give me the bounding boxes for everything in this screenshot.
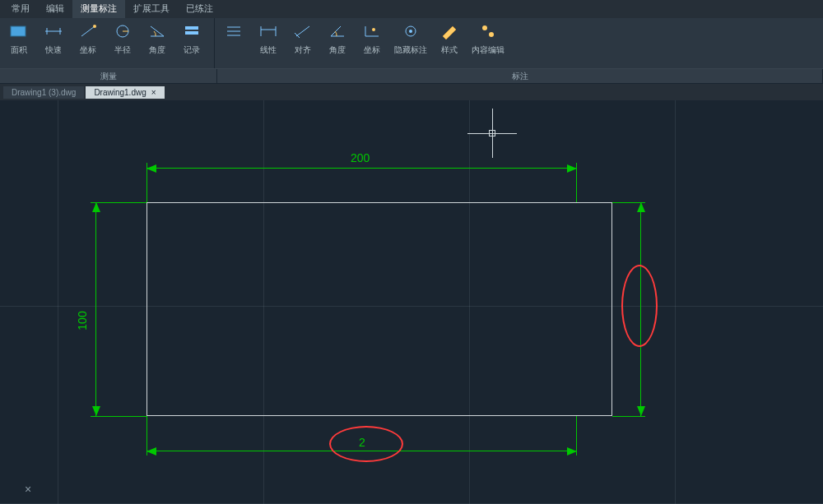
arrow-up-icon xyxy=(92,202,100,212)
ribbon-list-button[interactable] xyxy=(220,21,248,44)
style-icon xyxy=(439,21,459,41)
dim-ext-line xyxy=(91,416,146,417)
linear-icon xyxy=(258,21,278,41)
coord2-icon xyxy=(362,21,382,41)
ribbon-label: 角度 xyxy=(329,44,346,56)
svg-line-4 xyxy=(81,26,95,36)
coord-icon xyxy=(78,21,98,41)
annotation-ellipse xyxy=(329,426,403,462)
ribbon-area-button[interactable]: 面积 xyxy=(5,21,33,56)
aligned-icon xyxy=(293,21,313,41)
ribbon-label: 角度 xyxy=(149,44,165,56)
annotation-ellipse xyxy=(621,265,658,347)
svg-line-17 xyxy=(295,33,300,38)
ribbon: 面积 快速 坐标 半径 角度 记录 线性 xyxy=(0,18,823,69)
svg-rect-9 xyxy=(185,31,198,35)
record-icon xyxy=(182,21,202,41)
svg-line-16 xyxy=(296,26,309,36)
arrow-down-icon xyxy=(637,406,645,416)
ribbon-label: 记录 xyxy=(184,44,200,56)
svg-rect-8 xyxy=(185,26,198,30)
grid-line xyxy=(675,100,676,504)
ribbon-quick-button[interactable]: 快速 xyxy=(40,21,67,56)
ribbon-angle2-button[interactable]: 角度 xyxy=(323,21,351,56)
menu-tab-edit[interactable]: 编辑 xyxy=(38,0,72,18)
dim-ext-line xyxy=(612,416,645,417)
arrow-down-icon xyxy=(92,406,100,416)
dim-line-top xyxy=(146,168,577,169)
group-label-measure: 测量 xyxy=(0,69,217,83)
rectangle-shape xyxy=(146,202,612,416)
ribbon-label: 内容编辑 xyxy=(472,44,504,56)
arrow-left-icon xyxy=(146,164,156,173)
ribbon-label: 隐藏标注 xyxy=(394,44,427,56)
doc-tab-inactive[interactable]: Drawing1 (3).dwg xyxy=(3,86,84,99)
ribbon-hide-button[interactable]: 隐藏标注 xyxy=(393,21,429,56)
list-icon xyxy=(224,21,244,41)
ribbon-coord-button[interactable]: 坐标 xyxy=(74,21,102,56)
dim-text-top: 200 xyxy=(351,151,370,164)
drawing-canvas[interactable]: 200 100 2 × xyxy=(0,100,823,504)
arrow-right-icon xyxy=(567,447,577,455)
ribbon-group-annotate: 线性 对齐 角度 坐标 隐藏标注 样式 内容编辑 xyxy=(214,18,823,68)
svg-point-24 xyxy=(489,32,494,37)
hide-icon xyxy=(401,21,421,41)
svg-point-23 xyxy=(482,25,487,30)
svg-point-5 xyxy=(93,25,96,28)
menu-tabs: 常用 编辑 测量标注 扩展工具 已练注 xyxy=(0,0,823,18)
area-icon xyxy=(9,21,29,41)
dim-line-left xyxy=(95,202,96,416)
svg-rect-0 xyxy=(11,26,26,36)
grid-line xyxy=(58,100,58,504)
ribbon-edit-button[interactable]: 内容编辑 xyxy=(470,21,506,56)
ribbon-label: 坐标 xyxy=(364,44,380,56)
ribbon-aligned-button[interactable]: 对齐 xyxy=(289,21,317,56)
angle2-icon xyxy=(328,21,347,41)
doc-tab-label: Drawing1.dwg xyxy=(94,88,146,97)
close-icon[interactable]: × xyxy=(151,88,156,97)
ribbon-label: 样式 xyxy=(441,44,458,56)
quick-icon xyxy=(44,21,63,41)
doc-tab-label: Drawing1 (3).dwg xyxy=(12,88,76,97)
ribbon-style-button[interactable]: 样式 xyxy=(435,21,463,56)
menu-tab-trained[interactable]: 已练注 xyxy=(178,0,221,18)
doc-tab-active[interactable]: Drawing1.dwg× xyxy=(86,86,164,99)
ribbon-linear-button[interactable]: 线性 xyxy=(254,21,282,56)
ribbon-groups-bar: 测量 标注 xyxy=(0,69,823,84)
ribbon-group-measure: 面积 快速 坐标 半径 角度 记录 xyxy=(0,18,214,68)
ribbon-radius-button[interactable]: 半径 xyxy=(109,21,137,56)
document-tabs: Drawing1 (3).dwg Drawing1.dwg× xyxy=(0,84,823,100)
menu-tab-measure-annotate[interactable]: 测量标注 xyxy=(72,0,125,18)
ribbon-label: 半径 xyxy=(114,44,131,56)
ribbon-label: 快速 xyxy=(45,44,62,56)
dim-text-left: 100 xyxy=(76,311,89,330)
arrow-up-icon xyxy=(637,202,645,212)
ribbon-label: 线性 xyxy=(260,44,277,56)
svg-point-22 xyxy=(409,30,412,33)
arrow-left-icon xyxy=(146,447,156,455)
radius-icon xyxy=(113,21,133,41)
menu-tab-common[interactable]: 常用 xyxy=(3,0,38,18)
menu-tab-extend-tools[interactable]: 扩展工具 xyxy=(125,0,178,18)
edit-icon xyxy=(478,21,498,41)
angle-icon xyxy=(147,21,167,41)
svg-point-20 xyxy=(372,28,375,31)
ribbon-record-button[interactable]: 记录 xyxy=(178,21,206,56)
ribbon-label: 面积 xyxy=(11,44,27,56)
group-label-annotate: 标注 xyxy=(217,69,823,83)
ribbon-coord2-button[interactable]: 坐标 xyxy=(358,21,386,56)
ribbon-label: 坐标 xyxy=(80,44,96,56)
close-icon[interactable]: × xyxy=(25,483,31,496)
ribbon-label: 对齐 xyxy=(295,44,311,56)
arrow-right-icon xyxy=(567,164,577,173)
ribbon-angle-button[interactable]: 角度 xyxy=(143,21,171,56)
